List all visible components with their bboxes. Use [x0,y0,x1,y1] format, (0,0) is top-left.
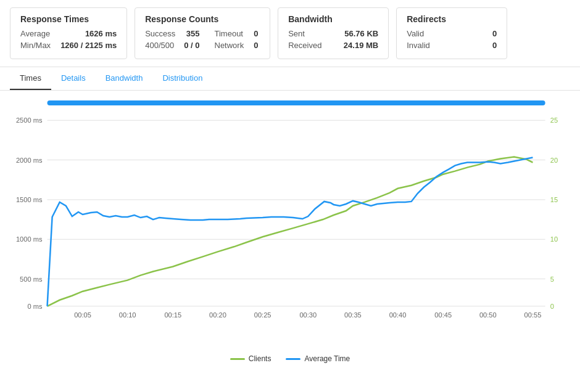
x-label-0040: 00:40 [389,311,407,319]
avg-time-line [48,158,533,306]
bandwidth-card: Bandwidth Sent 56.76 KB Received 24.19 M… [278,7,389,59]
average-value: 1626 ms [85,29,117,38]
legend-clients: Clients [230,354,271,363]
y-label-500: 500 ms [20,276,43,283]
x-label-0010: 00:10 [119,311,136,319]
average-label: Average [20,29,50,38]
stats-row: Response Times Average 1626 ms Min/Max 1… [0,0,580,67]
minmax-label: Min/Max [20,41,51,50]
response-counts-title: Response Counts [145,14,260,24]
tab-distribution[interactable]: Distribution [152,67,212,90]
network-value: 0 [254,41,258,50]
x-label-0035: 00:35 [344,311,362,319]
success-label: Success [145,29,175,38]
x-label-0045: 00:45 [434,311,452,319]
response-times-card: Response Times Average 1626 ms Min/Max 1… [10,7,127,59]
invalid-label: Invalid [407,41,430,50]
clients-line [48,157,533,306]
received-label: Received [288,41,321,50]
chart-area: 0 ms 500 ms 1000 ms 1500 ms 2000 ms 2500… [0,91,580,349]
legend-avg-time-line [286,358,300,360]
right-y-label-0: 0 [550,303,554,310]
sent-value: 56.76 KB [344,29,378,38]
x-label-0055: 00:55 [524,311,542,319]
network-label: Network [215,41,244,50]
right-y-label-25: 25 [550,116,558,124]
legend-clients-label: Clients [249,354,271,363]
x-label-0025: 00:25 [254,311,271,319]
right-y-label-15: 15 [550,196,558,203]
success-value: 355 [186,29,200,38]
redirects-title: Redirects [407,14,497,24]
error-label: 400/500 [145,41,174,50]
right-y-label-10: 10 [550,235,558,243]
timeout-label: Timeout [215,29,243,38]
y-label-2000: 2000 ms [16,157,43,164]
timeout-value: 0 [254,29,258,38]
y-label-0: 0 ms [27,303,42,310]
legend-clients-line [230,358,245,360]
tab-details[interactable]: Details [51,67,96,90]
bandwidth-title: Bandwidth [288,14,378,24]
tabs-bar: Times Details Bandwidth Distribution [0,67,580,91]
chart-svg: 0 ms 500 ms 1000 ms 1500 ms 2000 ms 2500… [10,96,570,325]
x-label-0050: 00:50 [479,311,497,319]
valid-value: 0 [492,29,497,38]
chart-legend: Clients Average Time [0,349,580,365]
invalid-value: 0 [492,41,497,50]
legend-avg-time: Average Time [286,354,350,363]
tab-times[interactable]: Times [10,67,51,90]
x-label-0030: 00:30 [299,311,317,319]
error-value: 0 / 0 [184,41,199,50]
redirects-card: Redirects Valid 0 Invalid 0 [396,7,507,59]
x-label-0005: 00:05 [74,311,91,319]
response-times-title: Response Times [20,14,117,24]
right-y-label-5: 5 [550,276,554,283]
received-value: 24.19 MB [344,41,378,50]
legend-avg-time-label: Average Time [304,354,350,363]
threshold-bar [48,100,545,105]
response-counts-card: Response Counts Success 355 400/500 0 / … [135,7,270,59]
y-label-1500: 1500 ms [16,196,43,203]
tab-bandwidth[interactable]: Bandwidth [96,67,153,90]
sent-label: Sent [288,29,305,38]
valid-label: Valid [407,29,424,38]
y-label-2500: 2500 ms [16,116,43,124]
x-label-0020: 00:20 [209,311,226,319]
x-label-0015: 00:15 [164,311,181,319]
y-label-1000: 1000 ms [16,235,43,243]
right-y-label-20: 20 [550,157,558,164]
minmax-value: 1260 / 2125 ms [60,41,117,50]
